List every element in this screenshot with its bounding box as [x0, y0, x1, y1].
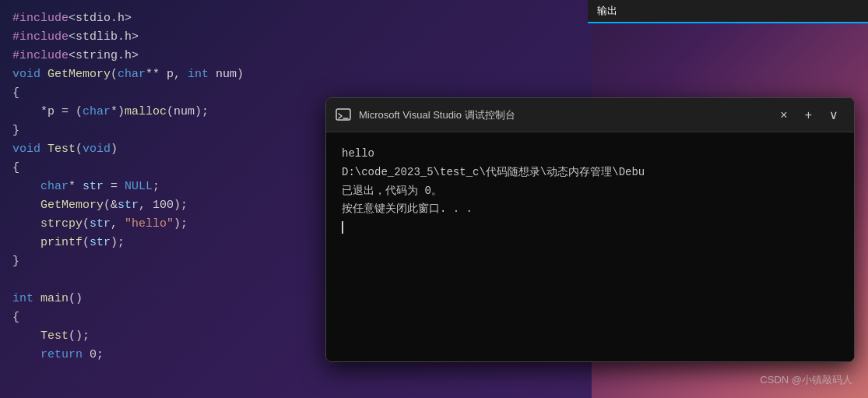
terminal-line-2: D:\code_2023_5\test_c\代码随想录\动态内存管理\Debu: [342, 164, 838, 182]
output-panel: 输出: [588, 0, 868, 23]
terminal-chevron-button[interactable]: ∨: [823, 104, 845, 125]
terminal-icon: [336, 107, 351, 123]
terminal-close-button[interactable]: ×: [774, 105, 793, 125]
code-line-3: #include<string.h>: [12, 47, 579, 65]
terminal-add-button[interactable]: +: [799, 105, 818, 125]
code-line-4: void GetMemory(char** p, int num): [12, 65, 579, 84]
terminal-title: Microsoft Visual Studio 调试控制台: [359, 108, 766, 122]
watermark: CSDN @小镇敲码人: [760, 373, 852, 387]
terminal-titlebar: Microsoft Visual Studio 调试控制台 × + ∨: [326, 98, 854, 132]
code-line-2: #include<stdlib.h>: [12, 28, 579, 47]
terminal-line-5: [342, 219, 838, 238]
output-label: 输出: [597, 4, 617, 18]
code-line-1: #include<stdio.h>: [12, 9, 579, 28]
terminal-controls: × + ∨: [774, 104, 845, 125]
terminal-line-3: 已退出，代码为 0。: [342, 182, 838, 201]
terminal-line-4: 按任意键关闭此窗口. . .: [342, 200, 838, 219]
terminal-cursor: [342, 221, 343, 234]
terminal-line-1: hello: [342, 145, 838, 164]
terminal-dialog: Microsoft Visual Studio 调试控制台 × + ∨ hell…: [325, 97, 855, 362]
terminal-body: hello D:\code_2023_5\test_c\代码随想录\动态内存管理…: [326, 132, 854, 361]
